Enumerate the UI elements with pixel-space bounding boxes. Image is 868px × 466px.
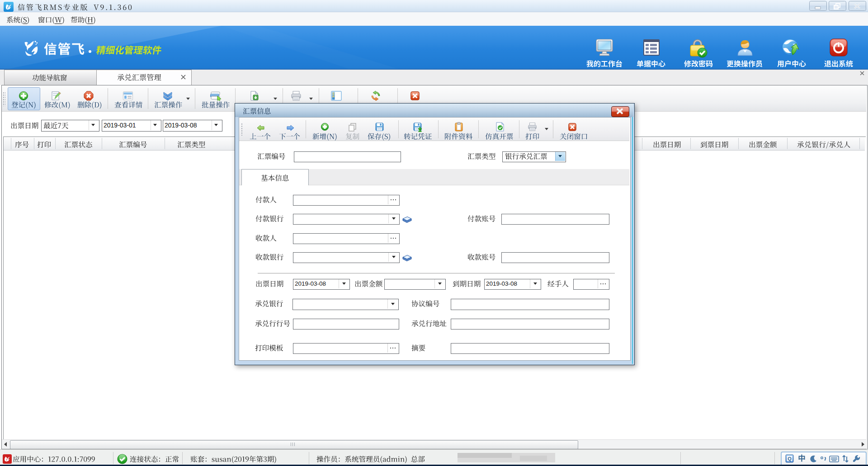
svg-text:Q: Q <box>788 456 792 461</box>
